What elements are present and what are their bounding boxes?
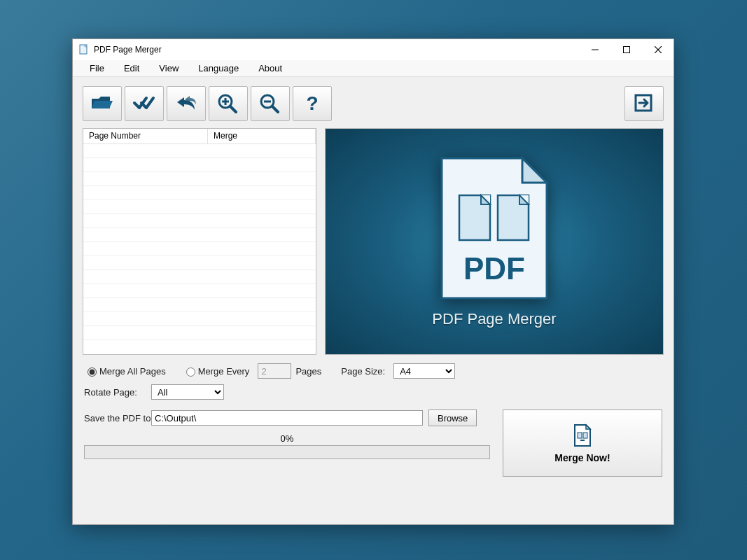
zoom-in-button[interactable] [209, 86, 248, 121]
svg-rect-17 [583, 433, 587, 438]
save-path-input[interactable] [151, 410, 423, 426]
merge-all-label: Merge All Pages [99, 366, 166, 377]
svg-line-10 [272, 106, 278, 112]
pages-suffix-label: Pages [295, 366, 321, 377]
table-row [83, 172, 316, 186]
svg-line-6 [230, 106, 236, 112]
merge-now-button[interactable]: Merge Now! [503, 410, 662, 477]
menu-about[interactable]: About [249, 60, 292, 76]
app-window: PDF Page Merger File Edit View Language … [72, 38, 674, 525]
menu-edit[interactable]: Edit [114, 60, 149, 76]
grid-body [83, 144, 316, 354]
app-icon [78, 44, 90, 55]
svg-text:?: ? [306, 92, 318, 113]
open-button[interactable] [83, 86, 122, 121]
pdf-label: PDF [463, 251, 525, 286]
menu-language[interactable]: Language [188, 60, 249, 76]
help-button[interactable]: ? [293, 86, 332, 121]
table-row [83, 228, 316, 242]
double-check-icon [132, 93, 156, 115]
preview-title: PDF Page Merger [432, 310, 556, 328]
page-size-select[interactable]: A4 [393, 363, 455, 379]
table-row [83, 270, 316, 284]
export-icon [632, 92, 656, 115]
zoom-out-icon [258, 92, 282, 115]
preview-panel: PDF PDF Page Merger [325, 128, 664, 355]
table-row [83, 186, 316, 200]
progress-label: 0% [84, 433, 490, 444]
grid-header: Page Number Merge [83, 129, 316, 144]
table-row [83, 298, 316, 312]
toolbar: ? [73, 77, 673, 128]
merge-now-icon [572, 424, 593, 452]
save-label: Save the PDF to [84, 413, 151, 424]
undo-button[interactable] [167, 86, 206, 121]
content-row: Page Number Merge [73, 128, 673, 355]
merge-all-radio[interactable] [88, 368, 97, 377]
svg-rect-16 [578, 433, 582, 438]
maximize-button[interactable] [610, 39, 642, 60]
export-button[interactable] [624, 86, 664, 121]
minimize-button[interactable] [579, 39, 610, 60]
table-row [83, 144, 316, 158]
question-icon: ? [300, 92, 324, 115]
table-row [83, 242, 316, 256]
options-area: Merge All Pages Merge Every Pages Page S… [73, 355, 673, 410]
progress-bar [84, 445, 490, 459]
bottom-row: Save the PDF to Browse 0% Merge Now! [73, 410, 673, 486]
page-grid[interactable]: Page Number Merge [83, 128, 316, 355]
select-all-button[interactable] [125, 86, 164, 121]
table-row [83, 326, 316, 340]
menu-view[interactable]: View [149, 60, 188, 76]
table-row [83, 256, 316, 270]
page-size-label: Page Size: [341, 366, 385, 377]
table-row [83, 200, 316, 214]
zoom-out-button[interactable] [251, 86, 290, 121]
merge-every-count[interactable] [258, 363, 291, 379]
rotate-select[interactable]: All [151, 384, 224, 400]
table-row [83, 284, 316, 298]
table-row [83, 158, 316, 172]
merge-every-label: Merge Every [198, 366, 250, 377]
window-title: PDF Page Merger [94, 45, 579, 55]
rotate-label: Rotate Page: [84, 387, 151, 398]
undo-icon [174, 93, 198, 115]
svg-rect-2 [623, 47, 629, 53]
zoom-in-icon [216, 92, 240, 115]
browse-button[interactable]: Browse [428, 410, 477, 426]
menubar: File Edit View Language About [73, 60, 673, 77]
table-row [83, 214, 316, 228]
close-button[interactable] [642, 39, 673, 60]
col-merge[interactable]: Merge [208, 129, 316, 144]
table-row [83, 312, 316, 326]
merge-every-radio[interactable] [186, 368, 195, 377]
titlebar: PDF Page Merger [73, 39, 673, 60]
merge-now-label: Merge Now! [554, 452, 610, 463]
pdf-document-icon: PDF [435, 155, 554, 302]
menu-file[interactable]: File [80, 60, 114, 76]
col-page-number[interactable]: Page Number [83, 129, 208, 144]
folder-open-icon [90, 93, 114, 115]
